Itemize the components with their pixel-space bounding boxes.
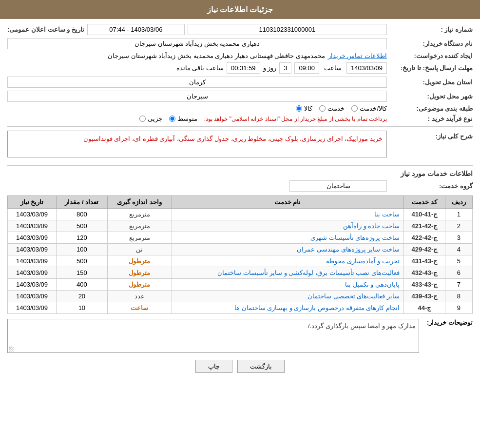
col-id: ردیف [445,196,472,209]
category-option-kala-khedmat[interactable]: کالا/خدمت [351,105,387,112]
cell-name: انجام کارهای متفرقه درخصوص بازسازی و بهس… [172,302,403,314]
cell-id: 3 [445,232,472,244]
table-header-row: ردیف کد خدمت نام خدمت واحد اندازه گیری ت… [8,196,473,209]
cell-unit: مترطول [107,267,172,279]
cell-name: ساخت پروژه‌های تأسیسات شهری [172,232,403,244]
service-group-label: گروه خدمت: [390,182,473,190]
notes-section: توضیحات خریدار: مدارک مهر و امضا سپس بار… [7,319,473,353]
datetime-box: 1403/03/06 - 07:44 [87,24,185,35]
back-button[interactable]: بازگشت [237,360,285,373]
print-button[interactable]: چاپ [195,360,232,373]
cell-name: پایان‌دهی و تکمیل بنا [172,279,403,291]
province-row: استان محل تحویل: کرمان [7,77,473,88]
cell-code: ج-44 [403,302,445,314]
city-label: شهر محل تحویل: [390,93,473,100]
service-group-value: ساختمان [289,180,387,192]
cell-name: ساخت جاده و راه‌آهن [172,220,403,232]
category-option-kala[interactable]: کالا [296,105,312,112]
cell-unit: مترطول [107,279,172,291]
cell-unit: مترطول [107,255,172,267]
category-label: طبقه بندی موضوعی: [390,105,473,112]
buyer-row: نام دستگاه خریدار: دهیاری محمدیه بخش زید… [7,38,473,49]
category-label-khedmat: خدمت [327,105,345,112]
table-row: 2 ج-42-421 ساخت جاده و راه‌آهن مترمربع 5… [8,220,473,232]
cell-qty: 400 [57,279,108,291]
divider-2 [7,165,473,166]
requester-contact-link[interactable]: اطلاعات تماس خریدار [328,52,387,59]
cell-id: 9 [445,302,472,314]
cell-id: 2 [445,220,472,232]
page-title: جزئیات اطلاعات نیاز [207,5,273,14]
cell-id: 5 [445,255,472,267]
cell-code: ج-43-431 [403,255,445,267]
cell-qty: 500 [57,255,108,267]
cell-unit: مترمربع [107,232,172,244]
table-row: 7 ج-43-433 پایان‌دهی و تکمیل بنا مترطول … [8,279,473,291]
service-group-row: گروه خدمت: ساختمان [7,180,473,192]
process-option-jozii[interactable]: جزیی [139,115,162,122]
cell-qty: 20 [57,291,108,302]
cell-name: ساخت سایر پروژه‌های مهندسی عمران [172,244,403,255]
category-label-kala-khedmat: کالا/خدمت [360,105,387,112]
cell-date: 1403/03/09 [8,291,57,302]
cell-id: 8 [445,291,472,302]
notes-resize-handle[interactable] [9,347,14,351]
table-row: 1 ج-41-410 ساخت بنا مترمربع 800 1403/03/… [8,209,473,220]
category-option-khedmat[interactable]: خدمت [319,105,345,112]
service-info-title: اطلاعات خدمات مورد نیاز [7,170,473,177]
cell-name: تخریب و آماده‌سازی محوطه [172,255,403,267]
services-table: ردیف کد خدمت نام خدمت واحد اندازه گیری ت… [7,195,473,314]
cell-unit: عدد [107,291,172,302]
cell-code: ج-42-421 [403,220,445,232]
category-label-kala: کالا [304,105,312,112]
notes-box: مدارک مهر و امضا سپس بارگذاری گردد./ [7,319,419,353]
cell-unit: مترمربع [107,220,172,232]
response-date-row: مهلت ارسال پاسخ: تا تاریخ: 1403/03/09 سا… [7,62,473,74]
process-label-jozii: جزیی [148,115,162,122]
response-remaining-field: 00:31:59 [227,62,260,74]
table-row: 8 ج-43-439 سایر فعالیت‌های تخصصی ساختمان… [8,291,473,302]
requester-row: ایجاد کننده درخواست: اطلاعات تماس خریدار… [7,52,473,59]
response-label: مهلت ارسال پاسخ: تا تاریخ: [390,64,473,72]
days-label: روز و [263,64,277,72]
table-row: 5 ج-43-431 تخریب و آماده‌سازی محوطه مترط… [8,255,473,267]
col-code: کد خدمت [403,196,445,209]
cell-date: 1403/03/09 [8,244,57,255]
cell-id: 4 [445,244,472,255]
col-qty: تعداد / مقدار [57,196,108,209]
buyer-value: دهیاری محمدیه بخش زیدآباد شهرستان سیرجان [7,38,387,49]
page-wrapper: جزئیات اطلاعات نیاز شماره نیاز : 1103102… [0,0,480,448]
province-value: کرمان [7,77,387,88]
col-date: تاریخ نیاز [8,196,57,209]
buyer-label: نام دستگاه خریدار: [390,40,473,47]
cell-code: ج-43-433 [403,279,445,291]
niyaz-row: شماره نیاز : 1103102331000001 1403/03/06… [7,24,473,35]
process-radio-group: پرداخت تمام یا بخشی از مبلغ خریدار از مح… [139,115,387,122]
cell-qty: 100 [57,244,108,255]
cell-qty: 500 [57,220,108,232]
notes-label: توضیحات خریدار: [424,319,473,326]
province-label: استان محل تحویل: [390,78,473,86]
cell-qty: 120 [57,232,108,244]
col-unit: واحد اندازه گیری [107,196,172,209]
cell-code: ج-42-422 [403,232,445,244]
cell-unit: تن [107,244,172,255]
cell-code: ج-41-410 [403,209,445,220]
divider-1 [7,126,473,127]
process-option-motvaset[interactable]: متوسط [169,115,197,122]
col-name: نام خدمت [172,196,403,209]
cell-id: 7 [445,279,472,291]
process-description-text: پرداخت تمام یا بخشی از مبلغ خریدار از مح… [204,116,387,122]
cell-qty: 150 [57,267,108,279]
city-row: شهر محل تحویل: سیرجان [7,91,473,102]
table-row: 4 ج-42-429 ساخت سایر پروژه‌های مهندسی عم… [8,244,473,255]
cell-date: 1403/03/09 [8,267,57,279]
cell-date: 1403/03/09 [8,279,57,291]
cell-name: فعالیت‌های نصب تأسیسات برق، لوله‌کشی و س… [172,267,403,279]
cell-unit: ساعت [107,302,172,314]
cell-code: ج-42-429 [403,244,445,255]
category-radio-group: کالا/خدمت خدمت کالا [296,105,387,112]
cell-date: 1403/03/09 [8,302,57,314]
cell-code: ج-43-439 [403,291,445,302]
cell-id: 6 [445,267,472,279]
